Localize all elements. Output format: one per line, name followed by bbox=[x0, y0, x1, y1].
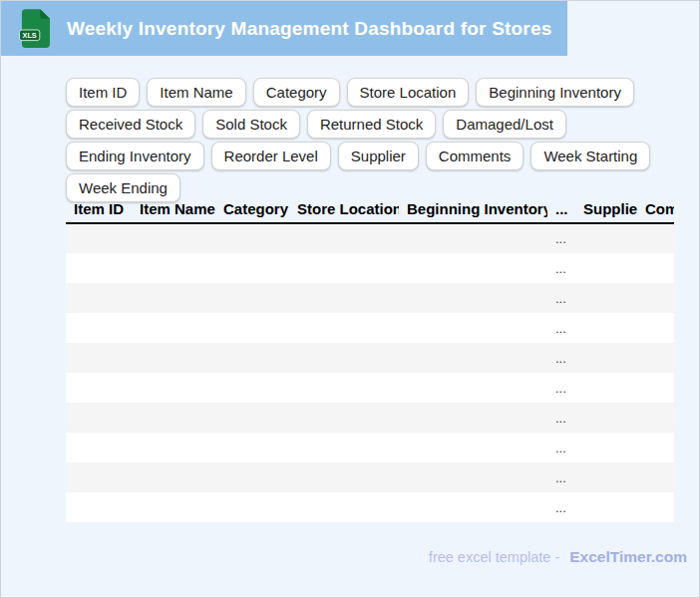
col-header-store-location: Store Location bbox=[289, 194, 399, 223]
xls-file-icon: XLS bbox=[19, 9, 50, 48]
row-more-cell: ... bbox=[547, 283, 575, 313]
col-header-more: ... bbox=[547, 194, 575, 223]
row-more-cell: ... bbox=[547, 313, 575, 343]
footer-brand-link[interactable]: ExcelTimer.com bbox=[569, 548, 687, 566]
table-row: ... bbox=[66, 492, 674, 522]
chip-comments[interactable]: Comments bbox=[426, 142, 525, 170]
field-chip-list: Item ID Item Name Category Store Locatio… bbox=[66, 78, 679, 202]
footer: free excel template - ExcelTimer.com bbox=[429, 548, 687, 566]
table-row: ... bbox=[66, 433, 674, 462]
chip-damaged-lost[interactable]: Damaged/Lost bbox=[443, 110, 566, 139]
table-row: ... bbox=[66, 313, 674, 343]
chip-sold-stock[interactable]: Sold Stock bbox=[202, 110, 300, 139]
row-more-cell: ... bbox=[547, 253, 575, 283]
page-title: Weekly Inventory Management Dashboard fo… bbox=[67, 18, 551, 40]
col-header-supplier: Supplier bbox=[575, 194, 637, 223]
row-more-cell: ... bbox=[547, 433, 575, 462]
col-header-item-id: Item ID bbox=[66, 194, 132, 223]
row-more-cell: ... bbox=[547, 223, 575, 253]
chip-ending-inventory[interactable]: Ending Inventory bbox=[66, 142, 204, 170]
table-header-row: Item ID Item Name Category Store Locatio… bbox=[66, 194, 674, 223]
chip-item-name[interactable]: Item Name bbox=[147, 78, 245, 107]
chip-reorder-level[interactable]: Reorder Level bbox=[211, 142, 331, 170]
table-row: ... bbox=[66, 373, 674, 403]
chip-supplier[interactable]: Supplier bbox=[338, 142, 419, 170]
chip-item-id[interactable]: Item ID bbox=[66, 78, 140, 107]
row-more-cell: ... bbox=[547, 462, 575, 492]
page: XLS Weekly Inventory Management Dashboar… bbox=[0, 0, 700, 598]
table-row: ... bbox=[66, 223, 674, 253]
col-header-category: Category bbox=[215, 194, 289, 223]
table-row: ... bbox=[66, 253, 674, 283]
table-row: ... bbox=[66, 283, 674, 313]
header-bar: XLS Weekly Inventory Management Dashboar… bbox=[1, 1, 567, 56]
chip-beginning-inventory[interactable]: Beginning Inventory bbox=[476, 78, 634, 107]
inventory-table-container[interactable]: Item ID Item Name Category Store Locatio… bbox=[66, 194, 674, 522]
col-header-item-name: Item Name bbox=[132, 194, 215, 223]
inventory-table: Item ID Item Name Category Store Locatio… bbox=[66, 194, 674, 522]
table-row: ... bbox=[66, 462, 674, 492]
col-header-beginning-inventory: Beginning Inventory bbox=[399, 194, 547, 223]
xls-icon-label: XLS bbox=[23, 31, 37, 40]
chip-category[interactable]: Category bbox=[253, 78, 340, 107]
footer-text: free excel template - bbox=[429, 549, 559, 565]
row-more-cell: ... bbox=[547, 492, 575, 522]
row-more-cell: ... bbox=[547, 373, 575, 403]
col-header-comments: Comments bbox=[637, 194, 674, 223]
table-row: ... bbox=[66, 343, 674, 373]
row-more-cell: ... bbox=[547, 343, 575, 373]
chip-store-location[interactable]: Store Location bbox=[347, 78, 470, 107]
chip-week-starting[interactable]: Week Starting bbox=[530, 142, 650, 170]
table-row: ... bbox=[66, 403, 674, 433]
chip-returned-stock[interactable]: Returned Stock bbox=[307, 110, 436, 139]
row-more-cell: ... bbox=[547, 403, 575, 433]
chip-received-stock[interactable]: Received Stock bbox=[66, 110, 195, 139]
